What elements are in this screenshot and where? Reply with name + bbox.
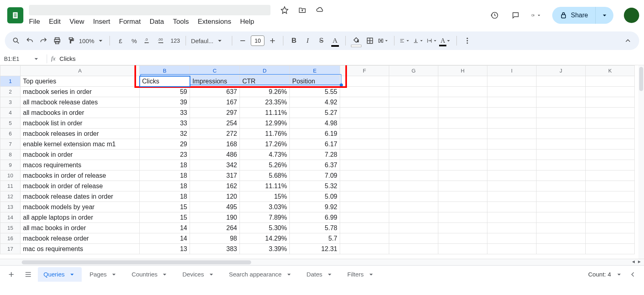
cell[interactable] bbox=[438, 181, 487, 191]
menu-file[interactable]: File bbox=[29, 18, 40, 26]
column-header-D[interactable]: D bbox=[240, 66, 290, 76]
cell[interactable] bbox=[389, 223, 438, 233]
cell[interactable] bbox=[438, 139, 487, 150]
cell[interactable]: 39 bbox=[140, 97, 190, 108]
column-header-A[interactable]: A bbox=[21, 66, 140, 76]
cell[interactable]: 264 bbox=[190, 223, 240, 233]
cell[interactable] bbox=[389, 87, 438, 97]
cell[interactable] bbox=[586, 76, 635, 87]
meet-icon[interactable] bbox=[531, 10, 542, 21]
cell[interactable]: 15 bbox=[140, 212, 190, 223]
cell[interactable] bbox=[487, 212, 537, 223]
cell[interactable]: 5.7 bbox=[290, 233, 340, 244]
cell[interactable] bbox=[537, 181, 586, 191]
all-sheets-icon[interactable] bbox=[21, 267, 35, 282]
cell[interactable] bbox=[537, 170, 586, 181]
row-header[interactable]: 11 bbox=[0, 181, 21, 191]
doc-title[interactable]: Untitled spreadsheet bbox=[29, 5, 270, 15]
cell[interactable] bbox=[340, 233, 389, 244]
cell[interactable]: macbooks in order of release bbox=[21, 170, 140, 181]
cell[interactable] bbox=[438, 129, 487, 139]
sheets-logo[interactable] bbox=[7, 7, 23, 23]
cell[interactable]: 14.29% bbox=[240, 233, 290, 244]
menu-extensions[interactable]: Extensions bbox=[198, 18, 231, 26]
column-header-I[interactable]: I bbox=[487, 66, 537, 76]
cell[interactable]: 5.26% bbox=[240, 160, 290, 170]
cell[interactable]: 33 bbox=[140, 118, 190, 129]
share-dropdown[interactable] bbox=[596, 11, 613, 19]
cell[interactable] bbox=[537, 118, 586, 129]
cell[interactable]: 5.27 bbox=[290, 108, 340, 118]
row-header[interactable]: 15 bbox=[0, 223, 21, 233]
cell[interactable] bbox=[438, 160, 487, 170]
font-size-input[interactable]: 10 bbox=[251, 35, 264, 46]
cell[interactable]: 5.09 bbox=[290, 191, 340, 202]
cell[interactable]: 317 bbox=[190, 170, 240, 181]
menu-data[interactable]: Data bbox=[150, 18, 164, 26]
chevron-down-icon[interactable] bbox=[110, 270, 118, 278]
cell[interactable]: 32 bbox=[140, 129, 190, 139]
cell[interactable] bbox=[389, 97, 438, 108]
cell[interactable]: 190 bbox=[190, 212, 240, 223]
cell[interactable]: 98 bbox=[190, 233, 240, 244]
horizontal-scrollbar[interactable]: ◄► bbox=[0, 259, 644, 265]
cell[interactable] bbox=[389, 118, 438, 129]
cell[interactable] bbox=[340, 170, 389, 181]
cell[interactable] bbox=[340, 150, 389, 160]
cell[interactable] bbox=[537, 76, 586, 87]
cell[interactable]: 6.17 bbox=[290, 139, 340, 150]
cell[interactable]: 14 bbox=[140, 223, 190, 233]
italic-icon[interactable]: I bbox=[302, 35, 313, 46]
cell[interactable] bbox=[586, 87, 635, 97]
cell[interactable] bbox=[438, 108, 487, 118]
cell[interactable]: macos requirements bbox=[21, 160, 140, 170]
cell[interactable]: 9.92 bbox=[290, 202, 340, 212]
cell[interactable] bbox=[586, 118, 635, 129]
horizontal-align-icon[interactable] bbox=[399, 35, 411, 46]
cell[interactable]: 13 bbox=[140, 244, 190, 254]
cell[interactable] bbox=[537, 160, 586, 170]
more-toolbar-icon[interactable] bbox=[462, 35, 473, 46]
row-header[interactable]: 6 bbox=[0, 129, 21, 139]
menu-view[interactable]: View bbox=[70, 18, 85, 26]
chevron-down-icon[interactable] bbox=[68, 270, 76, 278]
vertical-align-icon[interactable] bbox=[413, 35, 424, 46]
row-header[interactable]: 14 bbox=[0, 212, 21, 223]
cell[interactable] bbox=[487, 244, 537, 254]
cell[interactable]: 342 bbox=[190, 160, 240, 170]
cell[interactable] bbox=[438, 150, 487, 160]
sheet-tab[interactable]: Devices bbox=[177, 267, 221, 282]
row-header[interactable]: 2 bbox=[0, 87, 21, 97]
cell[interactable]: 15% bbox=[240, 191, 290, 202]
cell[interactable]: 495 bbox=[190, 202, 240, 212]
cell[interactable]: mac os requirements bbox=[21, 244, 140, 254]
move-to-folder-icon[interactable] bbox=[297, 5, 308, 15]
cell[interactable] bbox=[537, 139, 586, 150]
text-color-icon[interactable]: A bbox=[329, 35, 341, 46]
cell[interactable] bbox=[586, 139, 635, 150]
cell[interactable]: 3.03% bbox=[240, 202, 290, 212]
cell[interactable]: Impressions bbox=[190, 76, 240, 87]
cell[interactable]: macbook release dates in order bbox=[21, 191, 140, 202]
cell[interactable] bbox=[537, 97, 586, 108]
row-header[interactable]: 17 bbox=[0, 244, 21, 254]
cell[interactable] bbox=[438, 202, 487, 212]
cell[interactable] bbox=[389, 76, 438, 87]
cell[interactable]: 59 bbox=[140, 87, 190, 97]
cell[interactable] bbox=[389, 233, 438, 244]
cell[interactable] bbox=[438, 118, 487, 129]
cell[interactable] bbox=[487, 150, 537, 160]
percent-format-icon[interactable]: % bbox=[128, 35, 140, 46]
cell[interactable] bbox=[487, 191, 537, 202]
cell[interactable]: 7.28 bbox=[290, 150, 340, 160]
row-header[interactable]: 8 bbox=[0, 150, 21, 160]
cell[interactable] bbox=[487, 129, 537, 139]
cell[interactable] bbox=[389, 202, 438, 212]
row-header[interactable]: 3 bbox=[0, 97, 21, 108]
cell[interactable] bbox=[389, 212, 438, 223]
row-header[interactable]: 1 bbox=[0, 76, 21, 87]
cell[interactable]: 5.32 bbox=[290, 181, 340, 191]
cell[interactable]: all macbook release dates bbox=[21, 97, 140, 108]
add-sheet-icon[interactable] bbox=[4, 267, 19, 282]
cell[interactable] bbox=[537, 87, 586, 97]
